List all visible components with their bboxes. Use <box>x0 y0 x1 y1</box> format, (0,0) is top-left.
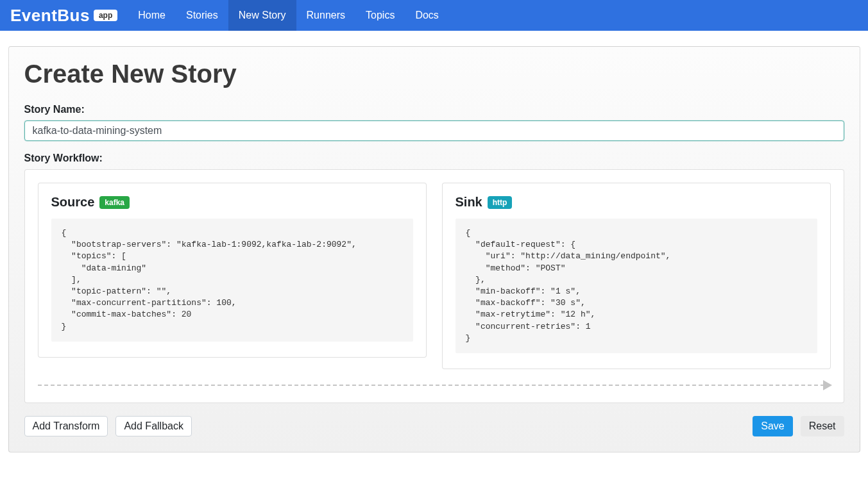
top-navbar: EventBus app Home Stories New Story Runn… <box>0 0 868 31</box>
reset-button[interactable]: Reset <box>801 416 844 436</box>
story-name-input[interactable] <box>24 120 844 141</box>
nav-topics[interactable]: Topics <box>355 0 405 31</box>
nav-home[interactable]: Home <box>128 0 176 31</box>
actions-row: Add Transform Add Fallback Save Reset <box>24 416 844 436</box>
nav-docs[interactable]: Docs <box>405 0 448 31</box>
source-badge: kafka <box>99 196 130 209</box>
sink-title: Sink <box>455 195 482 210</box>
sink-card[interactable]: Sink http { "default-request": { "uri": … <box>442 183 831 369</box>
add-transform-button[interactable]: Add Transform <box>24 416 108 436</box>
page-title: Create New Story <box>24 60 844 88</box>
source-card[interactable]: Source kafka { "bootstrap-servers": "kaf… <box>38 183 427 358</box>
source-title-row: Source kafka <box>51 195 413 210</box>
save-button[interactable]: Save <box>753 416 792 436</box>
source-title: Source <box>51 195 95 210</box>
brand-logo: EventBus <box>10 6 90 26</box>
sink-config: { "default-request": { "uri": "http://da… <box>455 219 817 353</box>
source-config: { "bootstrap-servers": "kafka-lab-1:9092… <box>51 219 413 342</box>
nav-stories[interactable]: Stories <box>176 0 228 31</box>
workflow-arrow-icon <box>38 385 831 390</box>
workflow-panel: Source kafka { "bootstrap-servers": "kaf… <box>24 169 844 403</box>
nav-new-story[interactable]: New Story <box>228 0 296 31</box>
add-fallback-button[interactable]: Add Fallback <box>115 416 192 436</box>
story-name-label: Story Name: <box>24 104 844 115</box>
brand[interactable]: EventBus app <box>0 6 123 26</box>
sink-title-row: Sink http <box>455 195 817 210</box>
workflow-label: Story Workflow: <box>24 153 844 164</box>
main-panel: Create New Story Story Name: Story Workf… <box>8 46 860 452</box>
brand-badge: app <box>94 10 117 21</box>
nav-items: Home Stories New Story Runners Topics Do… <box>128 0 449 31</box>
nav-runners[interactable]: Runners <box>296 0 355 31</box>
sink-badge: http <box>488 196 513 209</box>
